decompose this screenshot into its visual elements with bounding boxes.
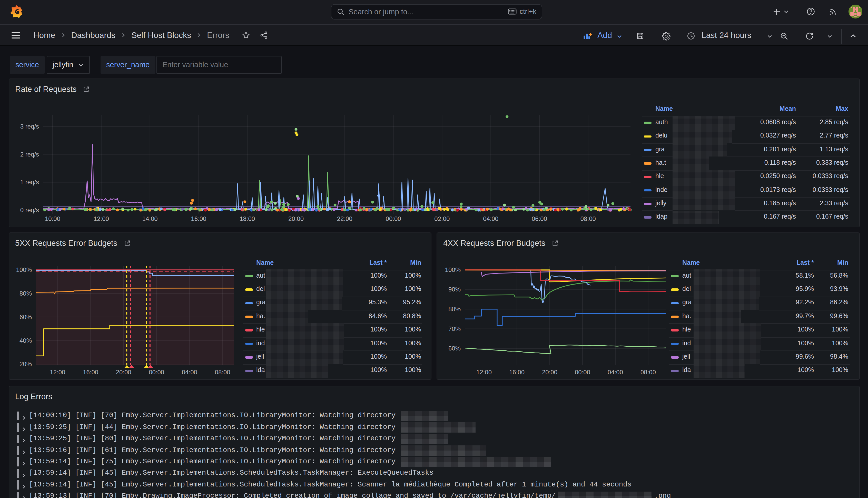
svg-text:04:00: 04:00 [182,368,197,375]
svg-text:22:00: 22:00 [337,215,352,222]
svg-text:0 req/s: 0 req/s [20,207,39,213]
svg-text:00:00: 00:00 [148,368,164,375]
svg-text:70%: 70% [449,325,461,332]
svg-text:08:00: 08:00 [580,215,596,222]
svg-text:00:00: 00:00 [575,368,590,375]
svg-text:100%: 100% [16,266,31,273]
svg-text:16:00: 16:00 [509,368,524,375]
svg-text:16:00: 16:00 [190,215,206,222]
svg-text:80%: 80% [19,290,31,297]
svg-text:12:00: 12:00 [50,368,65,375]
svg-text:04:00: 04:00 [483,215,498,222]
svg-text:06:00: 06:00 [532,215,547,222]
svg-text:20%: 20% [19,360,31,367]
svg-text:40%: 40% [19,337,31,344]
svg-text:00:00: 00:00 [386,215,401,222]
svg-text:18:00: 18:00 [239,215,255,222]
svg-text:08:00: 08:00 [640,368,656,375]
svg-text:08:00: 08:00 [215,368,230,375]
svg-text:60%: 60% [449,344,461,352]
svg-text:100%: 100% [445,266,461,273]
svg-text:60%: 60% [19,313,31,320]
svg-text:10:00: 10:00 [45,215,60,222]
svg-text:3 req/s: 3 req/s [20,123,39,130]
svg-text:12:00: 12:00 [93,215,109,222]
svg-text:20:00: 20:00 [542,368,557,375]
svg-text:16:00: 16:00 [83,368,98,375]
svg-text:1 req/s: 1 req/s [20,179,39,185]
svg-text:2 req/s: 2 req/s [20,151,39,158]
svg-text:20:00: 20:00 [116,368,131,375]
svg-text:80%: 80% [449,305,461,312]
svg-text:14:00: 14:00 [142,215,158,222]
svg-text:04:00: 04:00 [607,368,623,375]
svg-text:20:00: 20:00 [288,215,304,222]
svg-text:02:00: 02:00 [434,215,450,222]
svg-text:12:00: 12:00 [476,368,492,375]
svg-text:90%: 90% [449,286,461,292]
